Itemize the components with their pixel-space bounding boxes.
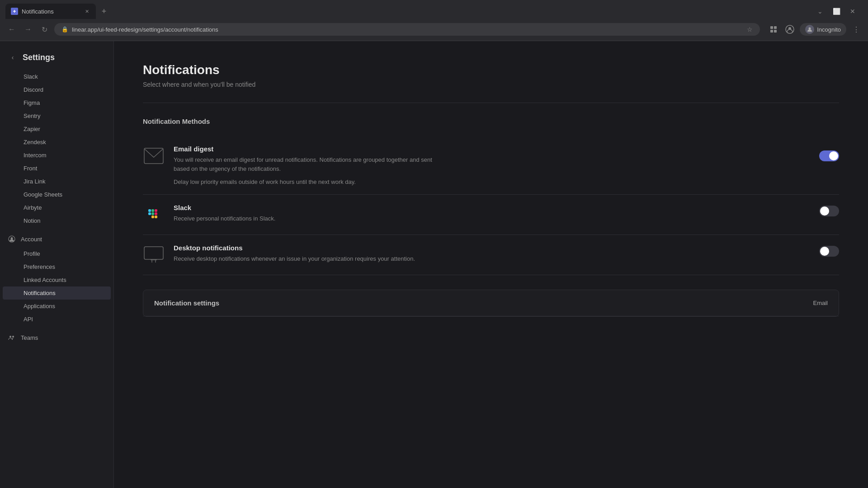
sidebar-item-profile[interactable]: Profile (3, 247, 111, 260)
desktop-toggle-wrap (819, 244, 839, 257)
reload-button[interactable]: ↻ (38, 23, 51, 36)
sidebar-item-figma[interactable]: Figma (3, 96, 111, 109)
notification-settings-email-tab[interactable]: Email (813, 300, 828, 306)
sidebar-item-label: Discord (24, 86, 43, 93)
sidebar-item-notion[interactable]: Notion (3, 214, 111, 227)
sidebar-item-api[interactable]: API (3, 313, 111, 326)
svg-rect-20 (155, 209, 157, 212)
sidebar-item-linked-accounts[interactable]: Linked Accounts (3, 273, 111, 286)
email-method-content: Email digest You will receive an email d… (174, 145, 810, 185)
sidebar-item-label: Figma (24, 99, 40, 106)
notification-settings-title: Notification settings (154, 299, 219, 307)
methods-section-title: Notification Methods (143, 117, 839, 125)
sidebar-item-label: Slack (24, 73, 38, 80)
teams-section: Teams (0, 329, 113, 346)
back-button[interactable]: ‹ (7, 52, 18, 63)
svg-rect-15 (151, 209, 154, 212)
desktop-toggle[interactable] (819, 246, 839, 257)
teams-section-header: Teams (0, 329, 113, 346)
sidebar-item-intercom[interactable]: Intercom (3, 149, 111, 162)
desktop-method-title: Desktop notifications (174, 244, 810, 252)
profile-icon[interactable] (783, 23, 796, 36)
svg-rect-21 (144, 247, 163, 259)
url-text: linear.app/ui-feed-redesign/settings/acc… (72, 26, 743, 33)
teams-icon (7, 333, 16, 342)
tab-title: Notifications (22, 8, 80, 15)
slack-method-desc: Receive personal notifications in Slack. (174, 214, 445, 223)
sidebar-item-google-sheets[interactable]: Google Sheets (3, 188, 111, 201)
settings-title: Settings (23, 53, 55, 62)
page-subtitle: Select where and when you'll be notified (143, 81, 839, 88)
sidebar-item-label: Zapier (24, 126, 40, 132)
toggle-thumb (820, 206, 829, 216)
tab-bar: Notifications ✕ + ⌄ ⬜ ✕ (0, 0, 868, 19)
sidebar-item-applications[interactable]: Applications (3, 300, 111, 313)
sidebar-item-zapier[interactable]: Zapier (3, 122, 111, 136)
window-controls: ⌄ ⬜ ✕ (814, 5, 863, 18)
svg-rect-3 (770, 30, 773, 33)
desktop-method-content: Desktop notifications Receive desktop no… (174, 244, 810, 263)
teams-section-label: Teams (21, 334, 38, 341)
svg-rect-2 (774, 26, 777, 29)
tab-favicon (11, 8, 18, 15)
sidebar-item-label: Notifications (24, 290, 56, 296)
slack-method-content: Slack Receive personal notifications in … (174, 204, 810, 223)
sidebar-item-label: Airbyte (24, 204, 42, 211)
svg-point-11 (12, 336, 14, 338)
bookmark-icon[interactable]: ☆ (747, 26, 753, 33)
sidebar-item-jira-link[interactable]: Jira Link (3, 175, 111, 188)
email-icon-wrap (143, 145, 165, 167)
sidebar-item-notifications[interactable]: Notifications (3, 286, 111, 300)
email-method: Email digest You will receive an email d… (143, 136, 839, 195)
sidebar-item-label: Preferences (24, 263, 55, 270)
back-nav-button[interactable]: ← (5, 23, 18, 36)
sidebar-item-label: Intercom (24, 152, 47, 159)
notification-settings-header: Notification settings Email (143, 290, 839, 316)
sidebar-item-discord[interactable]: Discord (3, 83, 111, 96)
slack-icon-wrap (143, 204, 165, 225)
sidebar-item-label: Front (24, 165, 37, 172)
svg-rect-18 (155, 216, 157, 218)
account-section-header: Account (0, 231, 113, 247)
svg-rect-13 (148, 209, 151, 212)
slack-toggle-wrap (819, 204, 839, 216)
active-tab[interactable]: Notifications ✕ (5, 4, 96, 19)
tab-close-button[interactable]: ✕ (83, 8, 90, 15)
account-section: Account Profile Preferences Linked Accou… (0, 231, 113, 326)
email-method-extra: Delay low priority emails outside of wor… (174, 178, 810, 185)
new-tab-button[interactable]: + (98, 5, 110, 18)
desktop-method-desc: Receive desktop notifications whenever a… (174, 254, 445, 263)
svg-point-10 (9, 336, 11, 338)
extensions-icon[interactable] (767, 23, 780, 36)
slack-toggle[interactable] (819, 206, 839, 216)
sidebar-item-airbyte[interactable]: Airbyte (3, 201, 111, 214)
minimize-button[interactable]: ⌄ (814, 5, 826, 18)
svg-rect-14 (148, 212, 151, 215)
sidebar-item-front[interactable]: Front (3, 162, 111, 175)
sidebar-item-zendesk[interactable]: Zendesk (3, 136, 111, 149)
sidebar-item-label: Linked Accounts (24, 277, 66, 283)
address-bar[interactable]: 🔒 linear.app/ui-feed-redesign/settings/a… (54, 23, 760, 36)
settings-header: ‹ Settings (0, 48, 113, 70)
menu-icon[interactable]: ⋮ (850, 23, 863, 36)
account-icon (7, 235, 16, 244)
incognito-badge[interactable]: Incognito (800, 23, 846, 36)
email-delay-toggle[interactable] (819, 150, 839, 161)
sidebar-item-label: Jira Link (24, 178, 45, 185)
sidebar-item-sentry[interactable]: Sentry (3, 109, 111, 122)
svg-rect-12 (144, 148, 163, 164)
sidebar-item-slack[interactable]: Slack (3, 70, 111, 83)
svg-rect-17 (151, 216, 154, 218)
account-section-label: Account (21, 236, 42, 243)
sidebar: ‹ Settings Slack Discord Figma Sentry Za… (0, 41, 114, 488)
restore-button[interactable]: ⬜ (830, 5, 843, 18)
content-area: Notifications Select where and when you'… (114, 41, 868, 488)
forward-nav-button[interactable]: → (22, 23, 34, 36)
address-bar-row: ← → ↻ 🔒 linear.app/ui-feed-redesign/sett… (0, 19, 868, 41)
sidebar-item-label: Notion (24, 217, 41, 224)
email-method-desc: You will receive an email digest for unr… (174, 155, 445, 173)
sidebar-item-preferences[interactable]: Preferences (3, 260, 111, 273)
svg-rect-4 (774, 30, 777, 33)
desktop-icon-wrap (143, 244, 165, 266)
close-window-button[interactable]: ✕ (846, 5, 859, 18)
